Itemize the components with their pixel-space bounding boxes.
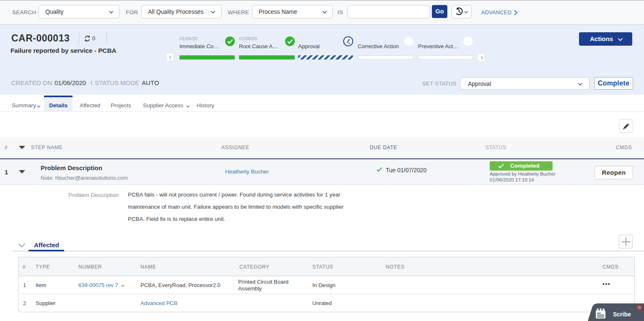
svg-text:Scribe: Scribe (613, 311, 631, 318)
